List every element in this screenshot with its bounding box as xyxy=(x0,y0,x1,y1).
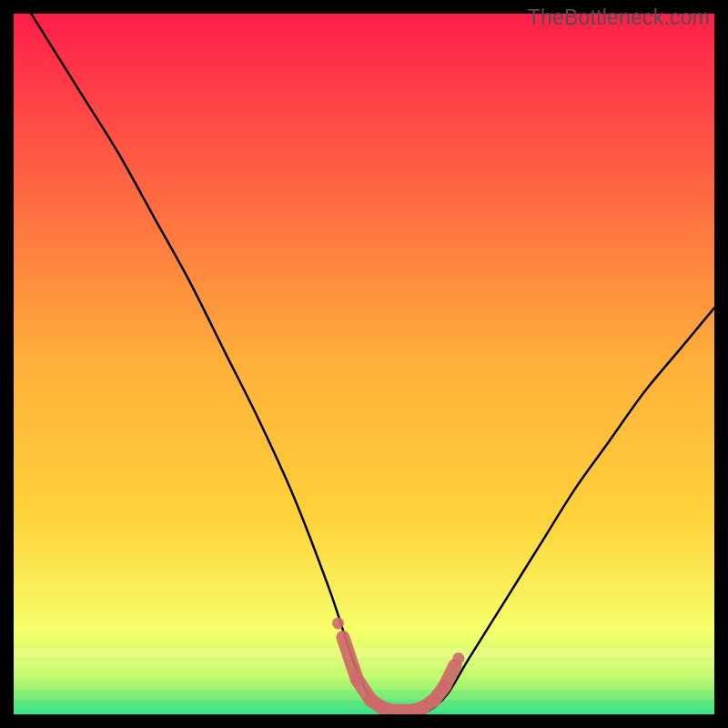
plot-area xyxy=(14,14,714,714)
chart-frame: TheBottleneck.com xyxy=(0,0,728,728)
svg-line-15 xyxy=(445,665,456,686)
svg-rect-1 xyxy=(14,658,714,668)
bottleneck-chart-svg xyxy=(14,14,714,714)
svg-point-17 xyxy=(452,652,464,664)
watermark-text: TheBottleneck.com xyxy=(528,5,710,30)
svg-point-16 xyxy=(332,617,344,629)
gradient-background xyxy=(14,14,714,714)
svg-rect-2 xyxy=(14,669,714,679)
svg-rect-0 xyxy=(14,648,714,658)
